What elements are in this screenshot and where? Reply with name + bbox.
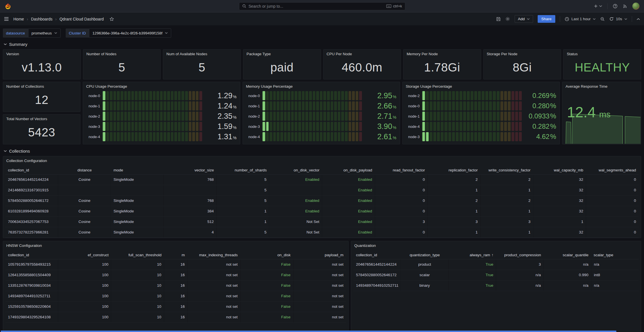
column-header-max_indexing_threads[interactable]: max_indexing_threads	[187, 251, 240, 259]
column-header-ef_construct[interactable]: ef_construct	[58, 251, 111, 259]
time-range-picker[interactable]: Last 1 hour	[565, 17, 596, 21]
variable-datasource-select[interactable]: prometheus	[28, 28, 61, 38]
table-cell: 1	[428, 185, 481, 195]
panel-num-available-nodes: Num of Available Nodes 5	[163, 49, 241, 79]
panel-title[interactable]: Average Response Time	[562, 82, 641, 91]
gauge-cell	[302, 112, 305, 121]
column-header-product_compression[interactable]: product_compression	[496, 251, 544, 259]
gauge-cell	[512, 101, 514, 110]
gauge-cell	[284, 91, 287, 100]
gauge-cell	[338, 132, 341, 141]
gauge-cell	[178, 112, 181, 121]
gauge-cell	[341, 132, 344, 141]
table-cell: 4	[164, 227, 217, 237]
column-header-vector_size[interactable]: vector_size	[164, 166, 217, 174]
panel-title[interactable]: Storage Usage Percentage	[403, 82, 560, 91]
panel-title[interactable]: HNSW Configuration	[3, 241, 348, 250]
column-header-always_ram[interactable]: always_ram↑	[448, 251, 496, 259]
gauge-cell	[359, 101, 362, 110]
gauge-cell	[338, 101, 341, 110]
gauge-cell	[199, 101, 202, 110]
refresh-picker[interactable]: 10s	[609, 17, 627, 21]
dashboard-settings-button[interactable]	[505, 17, 510, 21]
gauge-cell	[452, 101, 455, 110]
table-cell: 5	[217, 175, 270, 185]
search-shortcut: ctrl+k	[386, 4, 402, 8]
gauge-cell	[489, 91, 492, 100]
mega-menu-toggle[interactable]	[4, 17, 9, 21]
gauge-cell	[309, 91, 312, 100]
panel-title[interactable]: Quantization	[351, 241, 641, 250]
gauge-cell	[437, 122, 440, 131]
help-icon[interactable]	[613, 4, 618, 9]
gauge-cell	[471, 101, 473, 110]
gauge-cell	[146, 91, 148, 100]
gauge-cell	[341, 122, 344, 131]
table-cell: not set	[188, 291, 241, 301]
gauge-cell	[149, 101, 152, 110]
gauge-cell	[313, 132, 316, 141]
horizontal-scrollbar[interactable]	[1, 331, 616, 332]
gauge-cell	[444, 101, 447, 110]
column-header-scalar_type[interactable]: scalar_type	[591, 251, 639, 259]
table-cell: 100	[58, 259, 111, 270]
save-dashboard-button[interactable]	[496, 17, 501, 21]
column-header-write_consistency_factor[interactable]: write_consistency_factor	[480, 166, 533, 174]
column-header-collection_id[interactable]: collection_id	[5, 251, 58, 259]
user-avatar[interactable]	[632, 3, 639, 10]
column-header-on_disk[interactable]: on_disk	[240, 251, 293, 259]
gauge-cell	[153, 112, 156, 121]
panel-title[interactable]: Collection Configuration	[3, 156, 641, 165]
column-header-on_disk_vector[interactable]: on_disk_vector	[269, 166, 322, 174]
gauge-cell	[422, 132, 425, 141]
new-menu-button[interactable]	[594, 4, 602, 8]
share-button[interactable]: Share	[538, 15, 555, 23]
gauge-value: 1.29%	[205, 91, 237, 100]
gauge-cell	[167, 132, 170, 141]
gauge-cell	[284, 122, 287, 131]
column-header-full_scan_threshold[interactable]: full_scan_threshold	[111, 251, 164, 259]
column-header-wal_capacity_mb[interactable]: wal_capacity_mb	[533, 166, 586, 174]
gauge-cell	[142, 91, 145, 100]
gauge-cell	[426, 112, 429, 121]
table-cell: 0	[586, 217, 639, 227]
panel-title[interactable]: CPU Usage Percentage	[83, 82, 240, 91]
table-cell: 7635732782257866281	[5, 227, 58, 237]
table-cell: 100	[58, 270, 111, 280]
news-icon[interactable]	[623, 4, 627, 9]
section-summary[interactable]: Summary	[4, 42, 641, 47]
breadcrumb-dashboards[interactable]: Dashboards	[31, 17, 53, 21]
variable-cluster-id-select[interactable]: 1296366e-396a-4e2c-8f26-b399499f158f	[89, 28, 171, 38]
grafana-logo[interactable]	[5, 3, 12, 10]
panel-title[interactable]: Memory Usage Percentage	[243, 82, 400, 91]
column-header-payload_m[interactable]: payload_m	[293, 251, 346, 259]
breadcrumb-home[interactable]: Home	[13, 17, 24, 21]
column-header-wal_segments_ahead[interactable]: wal_segments_ahead	[586, 166, 639, 174]
favorite-star-icon[interactable]	[109, 17, 114, 21]
gauge-cell	[113, 132, 116, 141]
column-header-distance[interactable]: distance	[58, 166, 111, 174]
table-cell: Enabled	[269, 206, 322, 216]
column-header-collection_id[interactable]: collection_id	[353, 251, 401, 259]
column-header-on_disk_payload[interactable]: on_disk_payload	[322, 166, 375, 174]
gauge-bar	[103, 132, 202, 141]
section-collections[interactable]: Collections	[4, 149, 641, 153]
search-input[interactable]: Search or jump to... ctrl+k	[239, 2, 405, 10]
gauge-cell	[422, 91, 425, 100]
add-panel-button[interactable]: Add	[515, 15, 533, 23]
gauge-cell	[160, 132, 163, 141]
column-header-quantization_type[interactable]: quantization_type	[401, 251, 448, 259]
table-cell: not set	[188, 302, 241, 312]
gauge-value: 2.66%	[365, 101, 396, 110]
gauge-cell	[500, 101, 503, 110]
column-header-replication_factor[interactable]: replication_factor	[428, 166, 481, 174]
column-header-mode[interactable]: mode	[111, 166, 164, 174]
zoom-out-time-button[interactable]	[600, 17, 605, 21]
column-header-number_of_shards[interactable]: number_of_shards	[216, 166, 269, 174]
collapse-toolbar-icon[interactable]	[637, 18, 640, 20]
column-header-m[interactable]: m	[164, 251, 187, 259]
column-header-scalar_quantile[interactable]: scalar_quantile	[544, 251, 591, 259]
column-header-collection_id[interactable]: collection_id	[5, 166, 58, 174]
gauge-cell	[287, 112, 290, 121]
column-header-read_fanout_factor[interactable]: read_fanout_factor	[375, 166, 428, 174]
